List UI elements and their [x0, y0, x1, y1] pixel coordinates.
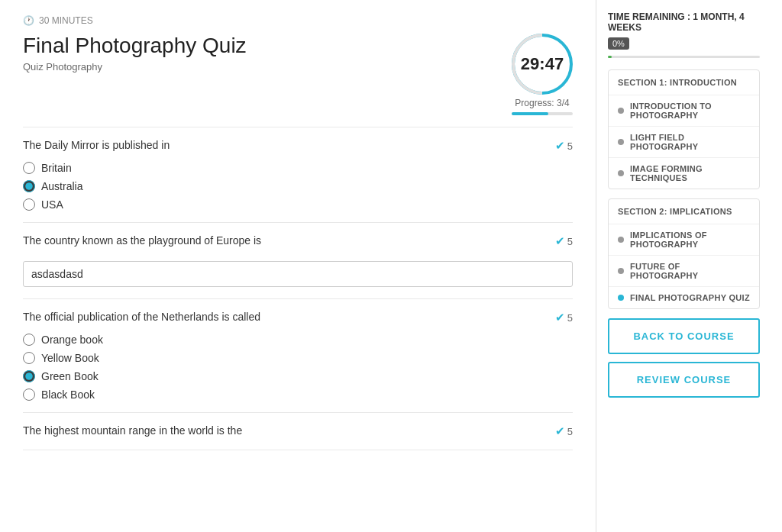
- radio-input-1-1[interactable]: [23, 162, 35, 174]
- radio-option-3-4[interactable]: Black Book: [23, 389, 573, 401]
- section-dot-2-3: [618, 295, 624, 301]
- section-item-label-2-1: IMPLICATIONS OF PHOTOGRAPHY: [630, 231, 750, 249]
- question-header-2: The country known as the playground of E…: [23, 234, 573, 248]
- question-header-1: The Daily Mirror is published in✔5: [23, 139, 573, 153]
- header-row: Final Photography Quiz Quiz Photography …: [23, 34, 573, 115]
- question-text-4: The highest mountain range in the world …: [23, 424, 555, 437]
- radio-option-3-1[interactable]: Orange book: [23, 334, 573, 346]
- checkmark-icon: ✔: [555, 139, 565, 153]
- section-item-1-2[interactable]: LIGHT FIELD PHOTOGRAPHY: [609, 126, 759, 157]
- points-badge-1: ✔5: [555, 139, 573, 153]
- time-remaining-row: TIME REMAINING : 1 MONTH, 4 WEEKS: [608, 11, 760, 33]
- progress-bar: [512, 112, 548, 115]
- section-title-2: SECTION 2: IMPLICATIONS: [609, 199, 759, 224]
- radio-option-1-1[interactable]: Britain: [23, 162, 573, 174]
- section-item-2-3[interactable]: FINAL PHOTOGRAPHY QUIZ: [609, 286, 759, 308]
- time-remaining-label: TIME REMAINING :: [608, 11, 690, 22]
- section-item-label-1-3: IMAGE FORMING TECHNIQUES: [630, 164, 750, 182]
- back-course-button[interactable]: BACK TO COURSE: [608, 318, 760, 354]
- radio-label-1-2: Australia: [41, 180, 82, 192]
- radio-option-1-3[interactable]: USA: [23, 198, 573, 211]
- section-dot-1-3: [618, 170, 624, 176]
- section-dot-2-2: [618, 268, 624, 274]
- question-header-4: The highest mountain range in the world …: [23, 424, 573, 438]
- checkmark-icon: ✔: [555, 311, 565, 324]
- radio-input-3-3[interactable]: [23, 370, 35, 382]
- timer-circle: 29:47: [512, 34, 573, 95]
- section-box-2: SECTION 2: IMPLICATIONSIMPLICATIONS OF P…: [608, 198, 760, 309]
- sidebar-progress-fill: [608, 56, 612, 58]
- review-course-button[interactable]: REVIEW COURSE: [608, 362, 760, 398]
- section-dot-2-1: [618, 237, 624, 243]
- radio-option-1-2[interactable]: Australia: [23, 180, 573, 192]
- section-item-2-1[interactable]: IMPLICATIONS OF PHOTOGRAPHY: [609, 224, 759, 255]
- percent-badge: 0%: [608, 37, 629, 50]
- radio-label-3-2: Yellow Book: [41, 352, 99, 364]
- question-divider-2: [23, 298, 573, 299]
- section-item-label-2-2: FUTURE OF PHOTOGRAPHY: [630, 262, 750, 280]
- main-divider: [23, 127, 573, 127]
- radio-option-3-3[interactable]: Green Book: [23, 370, 573, 382]
- section-box-1: SECTION 1: INTRODUCTIONINTRODUCTION TO P…: [608, 69, 760, 189]
- radio-input-3-4[interactable]: [23, 389, 35, 401]
- header-left: Final Photography Quiz Quiz Photography: [23, 34, 512, 80]
- questions-container: The Daily Mirror is published in✔5Britai…: [23, 139, 573, 450]
- radio-label-3-3: Green Book: [41, 370, 99, 382]
- question-block-2: The country known as the playground of E…: [23, 234, 573, 287]
- section-item-1-3[interactable]: IMAGE FORMING TECHNIQUES: [609, 157, 759, 189]
- radio-label-3-4: Black Book: [41, 389, 95, 401]
- question-block-4: The highest mountain range in the world …: [23, 424, 573, 438]
- section-item-label-1-2: LIGHT FIELD PHOTOGRAPHY: [630, 133, 750, 151]
- points-badge-2: ✔5: [555, 234, 573, 248]
- question-divider-4: [23, 450, 573, 450]
- checkmark-icon: ✔: [555, 424, 565, 438]
- timer-block: 29:47 Progress: 3/4: [512, 34, 573, 115]
- section-dot-1-2: [618, 139, 624, 145]
- sidebar-progress-line: [608, 56, 760, 58]
- question-block-3: The official publication of the Netherla…: [23, 311, 573, 401]
- duration-label: 30 MINUTES: [39, 15, 93, 26]
- radio-label-3-1: Orange book: [41, 334, 103, 346]
- points-badge-4: ✔5: [555, 424, 573, 438]
- radio-label-1-3: USA: [41, 198, 63, 211]
- text-input-2[interactable]: [23, 261, 573, 287]
- sidebar: TIME REMAINING : 1 MONTH, 4 WEEKS 0% SEC…: [596, 0, 771, 532]
- timer-value: 29:47: [521, 54, 564, 74]
- progress-bar-container: [512, 112, 573, 115]
- page-subtitle: Quiz Photography: [23, 61, 512, 73]
- radio-label-1-1: Britain: [41, 162, 72, 174]
- section-item-label-1-1: INTRODUCTION TO PHOTOGRAPHY: [630, 102, 750, 120]
- clock-icon: 🕐: [23, 15, 34, 26]
- radio-input-1-3[interactable]: [23, 198, 35, 211]
- top-bar: 🕐 30 MINUTES: [23, 15, 573, 26]
- question-text-2: The country known as the playground of E…: [23, 234, 555, 247]
- progress-label: Progress: 3/4: [515, 98, 569, 108]
- page-title: Final Photography Quiz: [23, 34, 512, 58]
- question-divider-1: [23, 222, 573, 223]
- radio-input-1-2[interactable]: [23, 180, 35, 192]
- section-item-2-2[interactable]: FUTURE OF PHOTOGRAPHY: [609, 255, 759, 286]
- section-title-1: SECTION 1: INTRODUCTION: [609, 70, 759, 95]
- section-item-label-2-3: FINAL PHOTOGRAPHY QUIZ: [630, 293, 750, 302]
- sections-container: SECTION 1: INTRODUCTIONINTRODUCTION TO P…: [608, 69, 760, 309]
- checkmark-icon: ✔: [555, 234, 565, 248]
- question-text-3: The official publication of the Netherla…: [23, 311, 555, 323]
- radio-input-3-1[interactable]: [23, 334, 35, 346]
- question-text-1: The Daily Mirror is published in: [23, 139, 555, 151]
- points-badge-3: ✔5: [555, 311, 573, 324]
- question-divider-3: [23, 412, 573, 413]
- radio-input-3-2[interactable]: [23, 352, 35, 364]
- radio-option-3-2[interactable]: Yellow Book: [23, 352, 573, 364]
- question-header-3: The official publication of the Netherla…: [23, 311, 573, 324]
- section-item-1-1[interactable]: INTRODUCTION TO PHOTOGRAPHY: [609, 95, 759, 126]
- section-dot-1-1: [618, 108, 624, 114]
- question-block-1: The Daily Mirror is published in✔5Britai…: [23, 139, 573, 211]
